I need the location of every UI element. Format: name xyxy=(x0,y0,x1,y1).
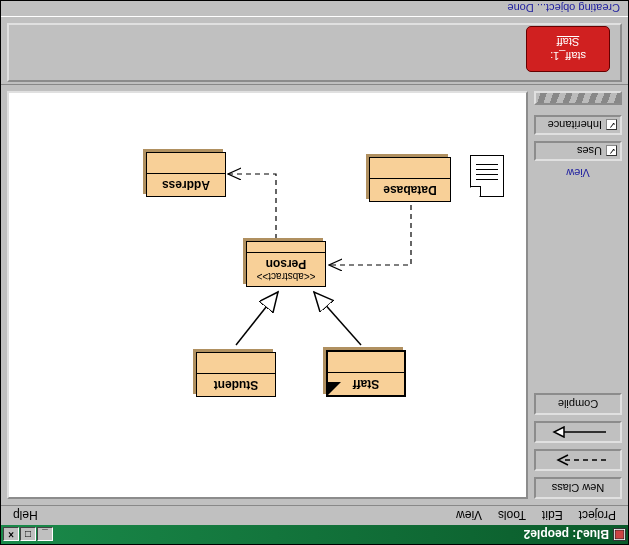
menu-help[interactable]: Help xyxy=(5,507,46,525)
close-button[interactable]: × xyxy=(3,528,19,542)
inheritance-checkbox-row[interactable]: ✓ Inheritance xyxy=(534,115,622,135)
menubar: Project Edit Tools View Help xyxy=(1,505,628,525)
main-area: New Class Compile View ✓ xyxy=(1,85,628,505)
app-window: BlueJ: people2 _ □ × Project Edit Tools … xyxy=(0,0,629,545)
menu-edit[interactable]: Edit xyxy=(534,507,571,525)
compile-label: Compile xyxy=(558,398,598,410)
titlebar: BlueJ: people2 _ □ × xyxy=(1,525,628,544)
class-person-name: <<abstract>> Person xyxy=(247,252,325,286)
window-controls: _ □ × xyxy=(3,528,53,542)
minimize-button[interactable]: _ xyxy=(37,528,53,542)
class-student-name: Student xyxy=(197,373,275,396)
status-text: Creating object... Done xyxy=(1,1,628,17)
uses-checkbox-row[interactable]: ✓ Uses xyxy=(534,141,622,161)
svg-rect-0 xyxy=(615,530,624,539)
maximize-button[interactable]: □ xyxy=(20,528,36,542)
uses-label: Uses xyxy=(577,145,602,157)
class-person-stereotype: <<abstract>> xyxy=(253,271,319,282)
menu-project[interactable]: Project xyxy=(571,507,624,525)
menu-tools[interactable]: Tools xyxy=(490,507,534,525)
view-section-label: View xyxy=(534,167,622,179)
diagram-canvas[interactable]: Staff Student <<abstract>> Person Databa… xyxy=(7,91,528,499)
progress-bar xyxy=(534,91,622,105)
class-staff[interactable]: Staff xyxy=(326,350,406,397)
solid-arrow-icon xyxy=(548,426,608,438)
class-person[interactable]: <<abstract>> Person xyxy=(246,241,326,287)
class-database[interactable]: Database xyxy=(369,157,451,202)
menu-view[interactable]: View xyxy=(448,507,490,525)
object-class-name: Staff xyxy=(527,36,609,48)
class-address[interactable]: Address xyxy=(146,152,226,197)
compile-button[interactable]: Compile xyxy=(534,393,622,415)
inheritance-checkbox[interactable]: ✓ xyxy=(606,120,617,131)
inheritance-label: Inheritance xyxy=(548,119,602,131)
svg-line-6 xyxy=(236,292,278,345)
sidebar: New Class Compile View ✓ xyxy=(528,85,628,505)
inherit-arrow-button[interactable] xyxy=(534,421,622,443)
class-student[interactable]: Student xyxy=(196,352,276,397)
object-instance[interactable]: staff_1: Staff xyxy=(526,26,610,72)
class-address-name: Address xyxy=(147,173,225,196)
object-instance-name: staff_1: xyxy=(527,50,609,62)
object-bench[interactable]: staff_1: Staff xyxy=(7,23,622,82)
svg-marker-3 xyxy=(554,427,564,437)
app-icon xyxy=(613,528,626,541)
class-database-name: Database xyxy=(370,178,450,201)
new-class-button[interactable]: New Class xyxy=(534,477,622,499)
link-layer xyxy=(9,93,526,497)
new-class-label: New Class xyxy=(552,482,605,494)
svg-line-5 xyxy=(314,292,361,345)
window-title: BlueJ: people2 xyxy=(524,528,609,542)
readme-doc[interactable] xyxy=(470,155,504,197)
dashed-arrow-icon xyxy=(548,454,608,466)
uses-arrow-button[interactable] xyxy=(534,449,622,471)
bottom-bar: staff_1: Staff Creating object... Done xyxy=(1,1,628,85)
uses-checkbox[interactable]: ✓ xyxy=(606,146,617,157)
